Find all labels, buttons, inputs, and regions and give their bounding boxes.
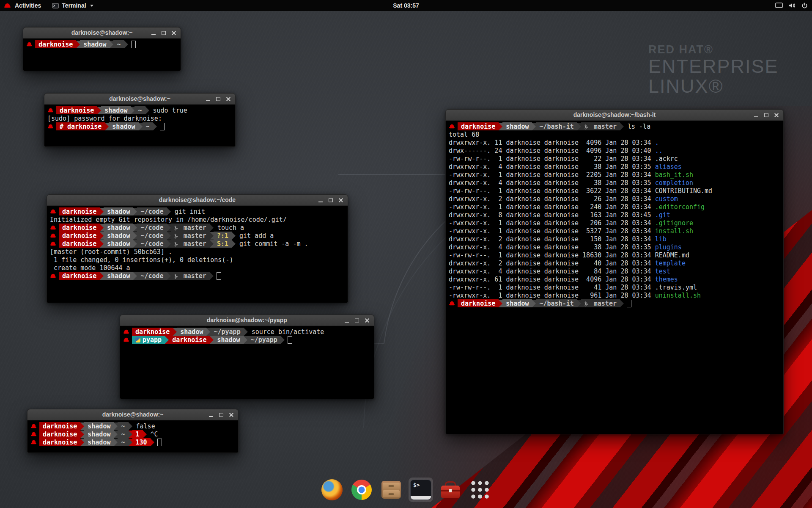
minimize-button[interactable] [206, 409, 216, 420]
git-branch-icon [174, 225, 178, 231]
brand-linux: LINUX® [648, 76, 779, 96]
maximize-button[interactable] [159, 28, 169, 38]
terminal-text: install.sh [655, 227, 693, 235]
powerline-separator [173, 328, 177, 336]
redhat-icon [50, 209, 56, 214]
window-title: darknoise@shadow:~/pyapp [120, 315, 374, 326]
redhat-icon [50, 225, 56, 230]
maximize-button[interactable] [216, 409, 226, 420]
close-button[interactable] [771, 110, 782, 120]
dock-item-firefox[interactable] [320, 478, 344, 502]
prompt-segment-git: master [171, 240, 210, 248]
terminal-text: -rw-rw-r--. 1 darknoise darknoise 41 Jan… [449, 284, 655, 291]
dock-item-toolbox[interactable] [438, 478, 463, 502]
terminal-line: darknoiseshadow~/bash-it master [449, 299, 780, 307]
powerline-separator [110, 41, 113, 48]
minimize-button[interactable] [148, 28, 159, 38]
powerline-separator [165, 336, 169, 344]
terminal-text: aliases [655, 163, 682, 171]
window-titlebar[interactable]: darknoise@shadow:~/code [47, 194, 348, 206]
close-button[interactable] [336, 195, 346, 205]
dock-item-terminal[interactable]: $> [409, 478, 433, 502]
terminal-line: drwxrwxr-x. 4 darknoise darknoise 38 Jan… [449, 243, 780, 251]
powerline-separator [244, 336, 247, 344]
close-button[interactable] [226, 409, 236, 420]
terminal-content[interactable]: darknoiseshadow~ sudo true[sudo] passwor… [44, 105, 236, 147]
terminal-line: darknoiseshadow~/code master touch a [50, 224, 345, 232]
redhat-icon [50, 233, 56, 238]
terminal-text: drwxrwxr-x. 2 darknoise darknoise 150 Ja… [449, 235, 655, 243]
window-titlebar[interactable]: darknoise@shadow:~ [27, 409, 239, 420]
prompt-segment-user: darknoise [59, 224, 100, 232]
terminal-text: uninstall.sh [655, 292, 701, 299]
terminal-content[interactable]: darknoiseshadow~ [23, 39, 181, 71]
powerline-separator [129, 422, 132, 430]
prompt-segment-path: ~/code [137, 232, 167, 240]
terminal-line: -rwxrwxr-x. 1 darknoise darknoise 5327 J… [449, 227, 780, 235]
window-titlebar[interactable]: darknoise@shadow:~/pyapp [120, 315, 374, 326]
maximize-button[interactable] [761, 110, 771, 120]
close-button[interactable] [362, 315, 372, 326]
terminal-line: pyappdarknoiseshadow~/pyapp [123, 336, 371, 344]
dock: $> [320, 478, 492, 502]
terminal-content[interactable]: darknoiseshadow~ falsedarknoiseshadow~1 … [27, 420, 239, 453]
window-titlebar[interactable]: darknoise@shadow:~ [23, 27, 181, 39]
prompt-segment-path: ~/pyapp [247, 336, 281, 344]
prompt-segment-path: ~/code [137, 207, 167, 215]
clock[interactable]: Sat 03:57 [393, 2, 419, 9]
terminal-content[interactable]: darknoiseshadow~/bash-it master ls -lato… [445, 121, 784, 434]
window-titlebar[interactable]: darknoise@shadow:~ [44, 93, 236, 105]
prompt-segment-host: shadow [84, 430, 114, 438]
prompt-segment-host: shadow [177, 328, 206, 336]
display-icon[interactable] [775, 3, 783, 8]
powerline-separator [153, 123, 157, 130]
maximize-button[interactable] [326, 195, 336, 205]
close-button[interactable] [169, 28, 179, 38]
minimize-button[interactable] [342, 315, 352, 326]
prompt-segment-user: darknoise [458, 299, 499, 307]
terminal-window-bash-it: darknoise@shadow:~/bash-it darknoiseshad… [445, 109, 784, 434]
minimize-button[interactable] [751, 110, 761, 120]
redhat-icon [449, 301, 455, 306]
power-icon[interactable] [801, 3, 808, 9]
terminal-line: # darknoiseshadow~ [47, 122, 232, 130]
powerline-separator [114, 431, 118, 438]
minimize-button[interactable] [203, 94, 213, 104]
redhat-icon [31, 440, 36, 444]
minimize-button[interactable] [315, 195, 326, 205]
prompt-segment-path: ~/bash-it [536, 299, 577, 307]
close-button[interactable] [223, 94, 233, 104]
terminal-content[interactable]: darknoiseshadow~/code git initInitialize… [47, 206, 348, 303]
prompt-segment-path: ~ [134, 106, 145, 114]
dock-item-app-grid[interactable] [468, 478, 492, 502]
terminal-text: ^C [147, 431, 158, 438]
prompt-segment-host: shadow [84, 422, 114, 430]
prompt-segment-user: darknoise [39, 430, 80, 438]
terminal-content[interactable]: darknoiseshadow~/pyapp source bin/activa… [120, 326, 374, 399]
app-menu-terminal[interactable]: Terminal [48, 0, 97, 11]
terminal-line: drwx------. 24 darknoise darknoise 4096 … [449, 146, 780, 155]
window-titlebar[interactable]: darknoise@shadow:~/bash-it [445, 109, 784, 121]
volume-icon[interactable] [788, 3, 796, 8]
powerline-separator [499, 123, 502, 130]
redhat-icon [31, 424, 36, 428]
prompt-segment-user: # darknoise [56, 122, 105, 130]
maximize-button[interactable] [213, 94, 223, 104]
dock-item-files[interactable] [379, 478, 403, 502]
file-cabinet-icon [381, 481, 401, 499]
redhat-icon [50, 241, 56, 246]
activities-button[interactable]: Activities [13, 0, 45, 11]
firefox-icon [321, 479, 343, 500]
prompt-segment-git: master [581, 299, 620, 307]
powerline-separator [100, 272, 104, 280]
prompt-segment-path: ~/code [137, 240, 167, 248]
terminal-icon: $> [410, 480, 431, 500]
powerline-separator [620, 300, 624, 307]
maximize-button[interactable] [352, 315, 362, 326]
terminal-text: drwxrwxr-x. 4 darknoise darknoise 84 Jan… [449, 268, 655, 275]
dock-item-chrome[interactable] [349, 478, 374, 502]
git-branch-icon [174, 233, 178, 239]
terminal-text: completion [655, 179, 693, 187]
powerline-separator [139, 123, 143, 130]
powerline-separator [620, 123, 624, 130]
